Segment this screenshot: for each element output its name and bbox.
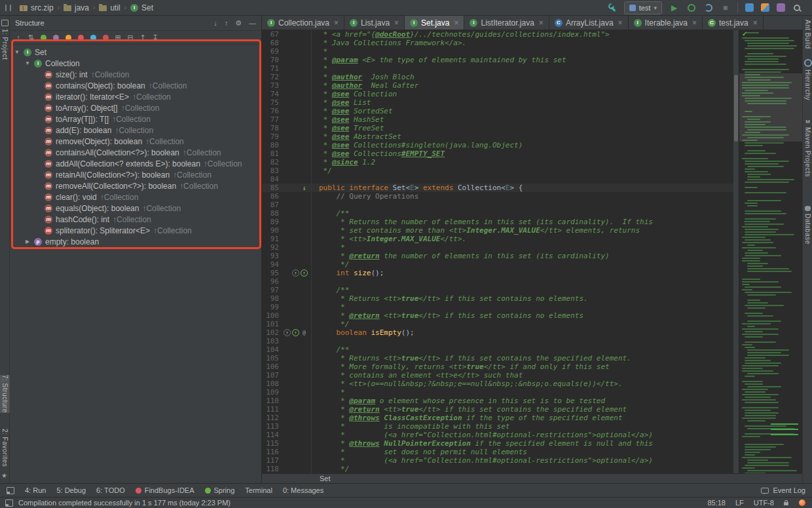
scroll-down-icon[interactable]: ↓ <box>213 19 217 28</box>
code-line[interactable]: 96 <box>262 277 733 286</box>
stripe-button-Hierarchy[interactable]: Hierarchy <box>803 59 812 100</box>
structure-node[interactable]: ▼ISet <box>10 47 261 58</box>
code-line[interactable]: 86 // Query Operations <box>262 192 733 201</box>
toolwindow-button-Terminal[interactable]: Terminal <box>245 486 272 494</box>
code-line[interactable]: 67 * <a href="{@docRoot}/../technotes/gu… <box>262 30 733 39</box>
profiler-button[interactable] <box>703 3 713 12</box>
editor[interactable]: 67 * <a href="{@docRoot}/../technotes/gu… <box>262 30 733 473</box>
code-line[interactable]: 106 * More formally, returns <tt>true</t… <box>262 362 733 371</box>
code-line[interactable]: 100 * @return <tt>true</tt> if this set … <box>262 311 733 320</box>
code-line[interactable]: 93 * @return the number of elements in t… <box>262 252 733 260</box>
toolwindow-button-4: Run[interactable]: 4: Run <box>25 486 46 494</box>
code-line[interactable]: 89 * Returns the number of elements in t… <box>262 218 733 226</box>
code-line[interactable]: 79 * @see AbstractSet <box>262 132 733 141</box>
structure-node[interactable]: mequals(Object): boolean↑Collection <box>10 203 261 214</box>
toolwindow-button-FindBugs-IDEA[interactable]: FindBugs-IDEA <box>136 486 194 494</box>
tab-Set.java[interactable]: ISet.java× <box>405 16 464 29</box>
gear-icon[interactable]: ⚙ <box>235 19 242 28</box>
code-line[interactable]: 118 */ <box>262 465 733 473</box>
structure-node[interactable]: maddAll(Collection<? extends E>): boolea… <box>10 158 261 169</box>
override-marker-icon[interactable]: ↑ <box>292 269 299 277</box>
code-line[interactable]: 97 /** <box>262 286 733 294</box>
override-marker-icon[interactable]: ↑ <box>284 329 291 336</box>
code-line[interactable]: 112 * @throws ClassCastException if the … <box>262 414 733 422</box>
stripe-button-2: Favorites[interactable]: 2: Favorites <box>0 429 10 467</box>
code-line[interactable]: 82 * @since 1.2 <box>262 158 733 166</box>
structure-node[interactable]: mtoArray(): Object[]↑Collection <box>10 102 261 113</box>
scroll-up-icon[interactable]: ↑ <box>225 19 229 28</box>
line-separator-indicator[interactable]: LF <box>735 499 744 507</box>
code-line[interactable]: 92 * <box>262 243 733 252</box>
collapse-all-icon[interactable]: ⊟ <box>126 33 134 42</box>
code-line[interactable]: 101 */ <box>262 320 733 328</box>
editor-scrollbar[interactable] <box>733 30 739 473</box>
code-line[interactable]: 69 * <box>262 47 733 56</box>
show-fields-icon[interactable] <box>39 33 47 42</box>
override-green-marker-icon[interactable]: ↑ <box>301 269 308 277</box>
caret-position[interactable]: 85:18 <box>707 499 726 507</box>
code-line[interactable]: 111 * @return <tt>true</tt> if this set … <box>262 405 733 414</box>
structure-node[interactable]: mcontainsAll(Collection<?>): boolean↑Col… <box>10 147 261 158</box>
structure-node[interactable]: mhashCode(): int↑Collection <box>10 214 261 225</box>
code-line[interactable]: 103 <box>262 337 733 345</box>
sort-alphabetically-icon[interactable]: ⇅ <box>27 33 35 42</box>
close-tab-icon[interactable]: × <box>334 18 339 28</box>
code-line[interactable]: 78 * @see TreeSet <box>262 124 733 132</box>
show-interfaces-icon[interactable] <box>89 33 97 42</box>
code-line[interactable]: 70 * @param <E> the type of elements mai… <box>262 56 733 64</box>
show-inherited-icon[interactable] <box>64 33 72 42</box>
code-line[interactable]: 117 * (<a href="Collection.html#optional… <box>262 456 733 465</box>
structure-node[interactable]: mcontains(Object): boolean↑Collection <box>10 80 261 91</box>
build-icon[interactable] <box>608 3 617 12</box>
annotation-marker-icon[interactable]: @ <box>301 329 308 336</box>
close-tab-icon[interactable]: × <box>753 18 758 28</box>
code-line[interactable]: 105 * Returns <tt>true</tt> if this set … <box>262 354 733 362</box>
sort-by-visibility-icon[interactable]: ↕ <box>14 33 22 42</box>
tab-ListIterator.java[interactable]: IListIterator.java× <box>464 16 549 29</box>
code-line[interactable]: 81 * @see Collections#EMPTY_SET <box>262 149 733 158</box>
minimap-viewport[interactable] <box>739 73 802 142</box>
code-line[interactable]: 114 * (<a href="Collection.html#optional… <box>262 431 733 439</box>
code-line[interactable]: 85↓public interface Set<E> extends Colle… <box>262 184 733 192</box>
implement-marker-icon[interactable]: ↓ <box>301 184 308 191</box>
editor-breadcrumb-item[interactable]: Set <box>320 475 331 482</box>
structure-node[interactable]: madd(E): boolean↑Collection <box>10 125 261 136</box>
code-line[interactable]: 87 <box>262 201 733 209</box>
breadcrumb-item-src.zip[interactable]: src.zip <box>16 1 57 14</box>
code-line[interactable]: 72 * @author Josh Bloch <box>262 73 733 81</box>
autoscroll-from-source-icon[interactable]: ↧ <box>151 33 159 42</box>
notification-icon[interactable] <box>799 499 805 506</box>
code-line[interactable]: 115 * @throws NullPointerException if th… <box>262 439 733 448</box>
code-line[interactable]: 83 */ <box>262 166 733 175</box>
tab-List.java[interactable]: IList.java× <box>344 16 405 29</box>
code-line[interactable]: 102↑↑@ boolean isEmpty(); <box>262 328 733 337</box>
code-line[interactable]: 88 /** <box>262 209 733 218</box>
docker-icon[interactable] <box>745 3 754 12</box>
stripe-button-1: Project[interactable]: 1: Project <box>0 20 10 60</box>
toolwindow-button-0: Messages[interactable]: 0: Messages <box>283 486 323 494</box>
code-line[interactable]: 90 * set contains more than <tt>Integer.… <box>262 226 733 235</box>
stripe-button-Database[interactable]: Database <box>803 206 812 244</box>
code-line[interactable]: 113 * is incompatible with this set <box>262 422 733 431</box>
code-line[interactable]: 68 * Java Collections Framework</a>. <box>262 39 733 47</box>
show-properties-icon[interactable] <box>52 33 60 42</box>
breadcrumb-item-java[interactable]: java <box>60 1 92 14</box>
code-line[interactable]: 73 * @author Neal Gafter <box>262 81 733 90</box>
close-tab-icon[interactable]: × <box>539 18 544 28</box>
stripe-button-7: Structure[interactable]: 7: Structure <box>0 375 10 413</box>
code-line[interactable]: 95↑↑ int size(); <box>262 269 733 277</box>
autoscroll-to-source-icon[interactable]: ↥ <box>139 33 147 42</box>
toolwindow-button-5: Debug[interactable]: 5: Debug <box>56 486 86 494</box>
code-line[interactable]: 94 */ <box>262 260 733 269</box>
code-line[interactable]: 98 * Returns <tt>true</tt> if this set c… <box>262 294 733 303</box>
scrollbar-thumb[interactable] <box>734 75 738 142</box>
code-line[interactable]: 74 * @see Collection <box>262 90 733 98</box>
code-line[interactable]: 76 * @see SortedSet <box>262 107 733 115</box>
structure-node[interactable]: mremove(Object): boolean↑Collection <box>10 136 261 147</box>
code-line[interactable]: 108 * <tt>(o==null&nbsp;?&nbsp;e==null&n… <box>262 380 733 388</box>
code-line[interactable]: 75 * @see List <box>262 98 733 107</box>
structure-node[interactable]: mclear(): void↑Collection <box>10 191 261 203</box>
close-tab-icon[interactable]: × <box>692 18 697 28</box>
hide-panel-icon[interactable]: — <box>249 19 256 28</box>
code-line[interactable]: 109 * <box>262 388 733 397</box>
